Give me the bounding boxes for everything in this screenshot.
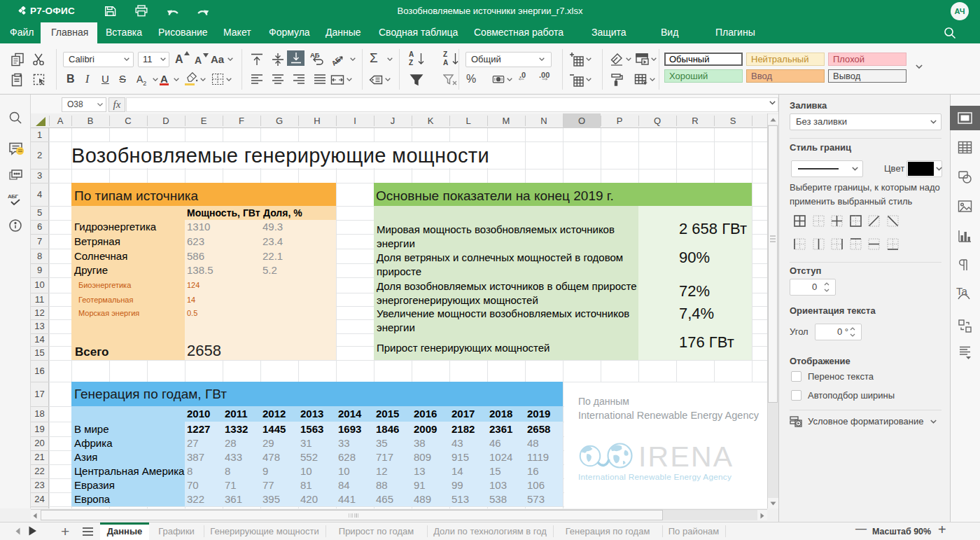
svg-text:IRENA: IRENA — [638, 441, 734, 473]
svg-text:International Renewable Energy: International Renewable Energy Agency — [578, 472, 732, 482]
